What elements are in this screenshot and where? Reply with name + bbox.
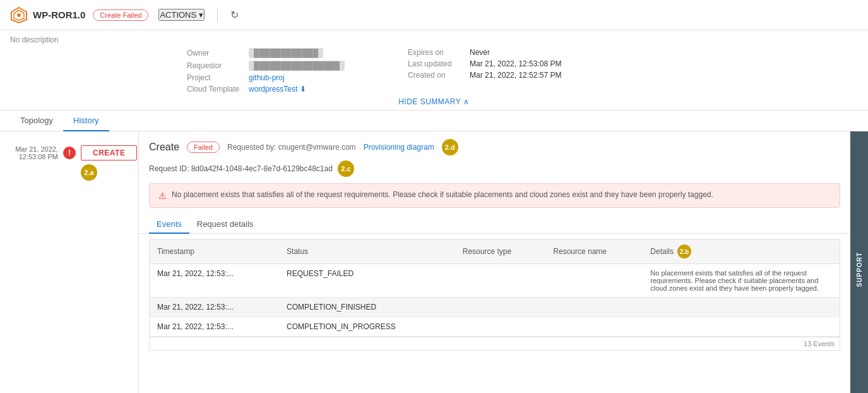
row2-details bbox=[643, 298, 840, 317]
create-failed-badge: Create Failed bbox=[93, 9, 148, 21]
left-panel: Mar 21, 2022, 12:53:08 PM ! CREATE 2.a bbox=[0, 131, 139, 393]
main-panel: Create Failed Requested by: cnugent@vmwa… bbox=[139, 131, 850, 393]
requestor-label: Requestor bbox=[187, 61, 244, 70]
requestor-row: Requestor ████████████████ bbox=[187, 61, 345, 71]
annotation-2d: 2.d bbox=[442, 139, 458, 155]
last-updated-row: Last updated Mar 21, 2022, 12:53:08 PM bbox=[408, 59, 561, 68]
events-tabs: Events Request details bbox=[139, 215, 850, 234]
error-circle-icon: ⚠ bbox=[158, 191, 167, 201]
row1-timestamp: Mar 21, 2022, 12:53:... bbox=[150, 264, 279, 298]
cloud-template-link[interactable]: wordpressTest ⬇ bbox=[249, 85, 306, 94]
summary-right-col: Expires on Never Last updated Mar 21, 20… bbox=[408, 48, 561, 94]
app-logo: WP-ROR1.0 bbox=[10, 6, 85, 24]
table-row: Mar 21, 2022, 12:53:... REQUEST_FAILED N… bbox=[150, 264, 840, 298]
actions-label: ACTIONS bbox=[160, 10, 196, 20]
events-table-scroll[interactable]: Timestamp Status Resource type Resource … bbox=[150, 239, 840, 337]
request-id-text: Request ID: 8d0a42f4-1048-4ec7-8e7d-6129… bbox=[149, 164, 333, 173]
summary-left-col: Owner ████████████ Requestor ███████████… bbox=[187, 48, 345, 94]
created-on-row: Created on Mar 21, 2022, 12:52:57 PM bbox=[408, 71, 561, 80]
annotation-2c: 2.c bbox=[338, 160, 354, 177]
provisioning-diagram-link[interactable]: Provisioning diagram bbox=[364, 143, 434, 152]
row3-timestamp: Mar 21, 2022, 12:53:... bbox=[150, 317, 279, 337]
requestor-value: ████████████████ bbox=[249, 61, 345, 71]
col-details: Details 2.b bbox=[643, 239, 840, 264]
col-status: Status bbox=[279, 239, 455, 264]
app-logo-icon bbox=[10, 6, 28, 24]
failed-badge: Failed bbox=[187, 142, 220, 153]
row1-details: No placement exists that satisfies all o… bbox=[643, 264, 840, 298]
top-bar: WP-ROR1.0 Create Failed ACTIONS ▾ ↻ bbox=[0, 0, 868, 30]
support-label: SUPPORT bbox=[856, 252, 863, 287]
summary-area: No description Owner ████████████ Reques… bbox=[0, 30, 868, 111]
hide-summary-chevron-icon: ∧ bbox=[463, 97, 470, 106]
table-row: Mar 21, 2022, 12:53:... COMPLETION_IN_PR… bbox=[150, 317, 840, 337]
row1-resource-type bbox=[455, 264, 546, 298]
cloud-template-name: wordpressTest bbox=[249, 85, 297, 94]
history-create-title: Create bbox=[149, 142, 179, 153]
history-date: Mar 21, 2022, bbox=[15, 145, 58, 153]
expires-value: Never bbox=[470, 48, 490, 57]
events-count: 13 Events bbox=[150, 337, 840, 350]
hide-summary-label: HIDE SUMMARY bbox=[398, 97, 461, 106]
created-on-label: Created on bbox=[408, 71, 465, 80]
row2-resource-type bbox=[455, 298, 546, 317]
app-name: WP-ROR1.0 bbox=[33, 9, 85, 20]
cloud-template-label: Cloud Template bbox=[187, 85, 244, 94]
details-label: Details bbox=[650, 247, 674, 256]
error-message: No placement exists that satisfies all o… bbox=[172, 190, 713, 199]
tab-topology[interactable]: Topology bbox=[10, 111, 63, 131]
events-table: Timestamp Status Resource type Resource … bbox=[150, 239, 840, 337]
annotation-2a: 2.a bbox=[81, 164, 97, 181]
support-sidebar[interactable]: SUPPORT bbox=[850, 131, 868, 393]
error-banner: ⚠ No placement exists that satisfies all… bbox=[149, 183, 840, 208]
owner-value: ████████████ bbox=[249, 48, 323, 58]
request-id-row: Request ID: 8d0a42f4-1048-4ec7-8e7d-6129… bbox=[139, 160, 850, 183]
row3-status: COMPLETION_IN_PROGRESS bbox=[279, 317, 455, 337]
events-tab-request-details[interactable]: Request details bbox=[189, 215, 261, 234]
svg-point-2 bbox=[17, 13, 21, 17]
col-resource-name: Resource name bbox=[545, 239, 643, 264]
col-timestamp: Timestamp bbox=[150, 239, 279, 264]
project-label: Project bbox=[187, 73, 244, 82]
history-item[interactable]: Mar 21, 2022, 12:53:08 PM ! CREATE 2.a bbox=[5, 142, 133, 184]
row2-timestamp: Mar 21, 2022, 12:53:... bbox=[150, 298, 279, 317]
main-tabs: Topology History bbox=[0, 111, 868, 131]
created-on-value: Mar 21, 2022, 12:52:57 PM bbox=[470, 71, 561, 80]
last-updated-value: Mar 21, 2022, 12:53:08 PM bbox=[470, 59, 561, 68]
project-link[interactable]: github-proj bbox=[249, 73, 285, 82]
hide-summary-button[interactable]: HIDE SUMMARY ∧ bbox=[10, 94, 858, 110]
actions-chevron-icon: ▾ bbox=[199, 10, 203, 20]
history-date2: 12:53:08 PM bbox=[19, 153, 58, 160]
last-updated-label: Last updated bbox=[408, 59, 465, 68]
row1-status: REQUEST_FAILED bbox=[279, 264, 455, 298]
requested-by: Requested by: cnugent@vmware.com bbox=[227, 143, 356, 152]
row2-resource-name bbox=[545, 298, 643, 317]
content-area: Mar 21, 2022, 12:53:08 PM ! CREATE 2.a C… bbox=[0, 131, 868, 393]
create-history-button[interactable]: CREATE bbox=[81, 145, 137, 160]
events-tab-events[interactable]: Events bbox=[149, 215, 189, 234]
annotation-2b: 2.b bbox=[677, 245, 691, 258]
error-indicator: ! bbox=[63, 147, 76, 159]
description: No description bbox=[10, 35, 858, 44]
tab-history[interactable]: History bbox=[63, 111, 109, 131]
events-table-container: Timestamp Status Resource type Resource … bbox=[149, 239, 840, 351]
expires-row: Expires on Never bbox=[408, 48, 561, 57]
row3-details bbox=[643, 317, 840, 337]
row3-resource-name bbox=[545, 317, 643, 337]
expires-label: Expires on bbox=[408, 48, 465, 57]
refresh-button[interactable]: ↻ bbox=[230, 9, 239, 21]
row1-resource-name bbox=[545, 264, 643, 298]
row2-status: COMPLETION_FINISHED bbox=[279, 298, 455, 317]
cloud-template-row: Cloud Template wordpressTest ⬇ bbox=[187, 85, 345, 94]
owner-row: Owner ████████████ bbox=[187, 48, 345, 58]
actions-button[interactable]: ACTIONS ▾ bbox=[158, 9, 205, 21]
history-header: Create Failed Requested by: cnugent@vmwa… bbox=[139, 131, 850, 160]
download-icon: ⬇ bbox=[300, 85, 306, 94]
owner-label: Owner bbox=[187, 49, 244, 57]
divider bbox=[217, 9, 218, 21]
col-resource-type: Resource type bbox=[455, 239, 546, 264]
row3-resource-type bbox=[455, 317, 546, 337]
project-row: Project github-proj bbox=[187, 73, 345, 82]
table-row: Mar 21, 2022, 12:53:... COMPLETION_FINIS… bbox=[150, 298, 840, 317]
